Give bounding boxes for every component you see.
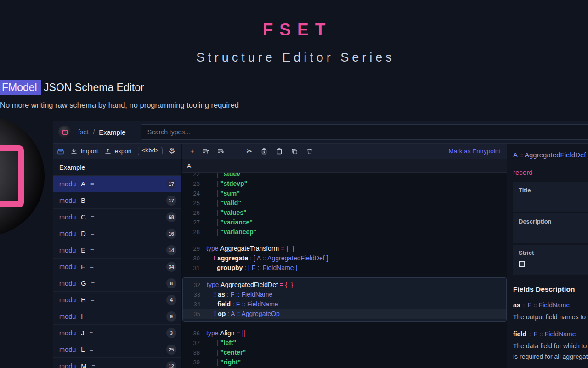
code-line[interactable]: 32type AggregatedFieldDef = { }	[183, 280, 506, 290]
line-number: 35	[183, 309, 200, 319]
cut-icon[interactable]: ✂	[246, 148, 252, 155]
module-keyword: modu	[59, 296, 76, 304]
sidebar-item-modu-A[interactable]: moduA=17	[53, 176, 181, 192]
code-token: "stdevp"	[220, 180, 247, 187]
module-keyword: modu	[59, 329, 76, 337]
breadcrumb-page[interactable]: Example	[99, 128, 125, 136]
module-keyword: modu	[59, 247, 76, 254]
kbd-shortcut-chip[interactable]: <kbd>	[138, 147, 163, 155]
property-card-title[interactable]: Title	[513, 182, 588, 213]
export-button[interactable]: export	[104, 148, 132, 155]
code-tokens: | "left"	[200, 338, 236, 348]
code-line[interactable]: 30 ! aggregate : [ A :: AggregatedFieldD…	[182, 253, 507, 263]
code-token: "variancep"	[220, 228, 257, 236]
sidebar-item-modu-E[interactable]: moduE=14	[53, 242, 181, 259]
code-token: |	[206, 180, 220, 187]
field-type-reference[interactable]: F :: FieldName	[534, 330, 576, 338]
mark-as-entrypoint-button[interactable]: Mark as Entrypoint	[448, 148, 507, 155]
sidebar-item-modu-H[interactable]: moduH=4	[53, 292, 181, 308]
type-reference-title[interactable]: A :: AggregatedFieldDef	[513, 151, 588, 159]
line-number: 29	[182, 244, 200, 253]
search-input[interactable]	[141, 124, 588, 140]
app-subtitle: Structure Editor Series	[0, 51, 588, 65]
code-line[interactable]: 23 | "stdevp"	[182, 179, 507, 189]
line-number: 24	[182, 189, 200, 198]
module-equals: =	[90, 346, 93, 353]
code-line[interactable]: 31 groupby : [ F :: FieldName ]	[182, 263, 507, 273]
property-card-strict[interactable]: Strict	[513, 245, 588, 276]
property-card-label: Description	[519, 218, 588, 225]
code-token: "center"	[220, 349, 246, 356]
field-signature: field:F :: FieldName	[513, 330, 588, 338]
code-tokens: | "sum"	[200, 189, 240, 198]
sidebar-item-modu-L[interactable]: moduL=25	[53, 341, 181, 358]
module-keyword: modu	[59, 362, 76, 368]
module-letter: F	[81, 263, 85, 270]
code-line[interactable]: 25 | "valid"	[182, 198, 507, 208]
property-card-input[interactable]	[519, 194, 588, 212]
paste-icon[interactable]	[260, 148, 268, 155]
property-card-label: Title	[519, 187, 588, 194]
code-line[interactable]: 34 field : F :: FieldName	[183, 299, 506, 309]
code-tokens: ! as : F :: FieldName	[200, 290, 272, 299]
module-count-badge: 4	[166, 295, 176, 305]
sidebar-item-modu-B[interactable]: moduB=17	[53, 192, 181, 209]
editor-tab[interactable]: A	[182, 159, 507, 172]
trash-icon[interactable]	[306, 148, 313, 155]
line-number: 23	[182, 179, 200, 189]
field-description-line: The data field for which to compute aggr…	[513, 341, 588, 351]
type-block: 29type AggregateTransform = { }30 ! aggr…	[182, 244, 507, 273]
code-token: |	[206, 349, 220, 356]
code-token: AggregatedFieldDef	[220, 281, 279, 288]
settings-gear-icon[interactable]: ⚙	[169, 148, 175, 155]
clipboard-icon[interactable]	[276, 148, 283, 155]
insert-row-below-icon[interactable]	[217, 148, 225, 155]
code-line[interactable]: 35 ! op : A :: AggregateOp	[183, 309, 506, 319]
module-equals: =	[91, 280, 95, 287]
module-keyword: modu	[59, 346, 76, 353]
code-line[interactable]: 28 | "variancep"	[182, 227, 507, 237]
sidebar-item-modu-F[interactable]: moduF=34	[53, 259, 181, 275]
sidebar-item-modu-D[interactable]: moduD=16	[53, 225, 181, 242]
code-line[interactable]: 33 ! as : F :: FieldName	[183, 290, 506, 299]
import-button[interactable]: import	[70, 148, 98, 155]
module-equals: =	[91, 213, 95, 220]
archive-icon[interactable]	[57, 148, 64, 155]
code-token: = { }	[281, 245, 294, 252]
code-line[interactable]: 26 | "values"	[182, 208, 507, 218]
code-token: |	[206, 218, 220, 226]
breadcrumb-separator: /	[93, 128, 95, 136]
app-logo-icon[interactable]	[58, 126, 71, 138]
module-count-badge: 25	[166, 345, 176, 355]
module-equals: =	[91, 296, 95, 303]
toolbar-clipboard-section: ✂	[246, 148, 313, 155]
sidebar-item-modu-C[interactable]: moduC=68	[53, 209, 181, 225]
selected-type-block: 32type AggregatedFieldDef = { }33 ! as :…	[182, 277, 507, 322]
property-card-description[interactable]: Description	[513, 213, 588, 245]
module-count-badge: 34	[166, 262, 176, 272]
code-line[interactable]: 24 | "sum"	[182, 189, 507, 198]
code-line[interactable]: 37 | "left"	[182, 338, 507, 348]
code-line[interactable]: 39 | "right"	[182, 357, 507, 367]
code-line[interactable]: 27 | "variance"	[182, 218, 507, 227]
code-line[interactable]: 38 | "center"	[182, 348, 507, 357]
copy-icon[interactable]	[291, 148, 298, 155]
module-keyword: modu	[59, 197, 76, 204]
strict-checkbox[interactable]	[519, 261, 525, 267]
code-line[interactable]: 29type AggregateTransform = { }	[182, 244, 507, 253]
sidebar-item-modu-M[interactable]: moduM=12	[53, 358, 181, 368]
code-token: Align	[220, 329, 236, 337]
field-description-as: as:F :: FieldNameThe output field names …	[513, 301, 588, 322]
code-line[interactable]: 36type Align = ||	[182, 328, 507, 338]
property-card-input[interactable]	[519, 225, 588, 243]
module-letter: C	[81, 213, 85, 221]
insert-row-above-icon[interactable]	[202, 148, 209, 155]
sidebar-item-modu-I[interactable]: moduI=9	[53, 308, 181, 325]
breadcrumb-project[interactable]: fset	[78, 128, 89, 136]
add-icon[interactable]: +	[190, 148, 194, 155]
sidebar-item-modu-G[interactable]: moduG=8	[53, 275, 181, 292]
sidebar-item-modu-J[interactable]: moduJ=3	[53, 325, 181, 341]
app-window: fset / Example import	[53, 121, 588, 368]
module-letter: B	[81, 197, 85, 204]
field-type-reference[interactable]: F :: FieldName	[527, 301, 570, 309]
